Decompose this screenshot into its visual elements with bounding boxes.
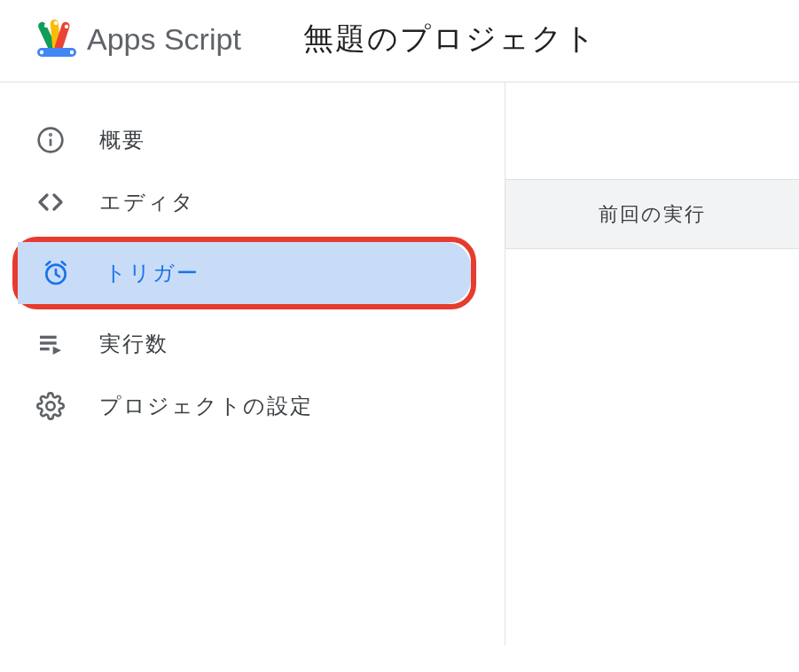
app-name: Apps Script	[87, 22, 241, 57]
apps-script-logo-icon	[35, 18, 78, 60]
sidebar: 概要 エディタ トリガ	[0, 82, 505, 645]
sidebar-item-overview[interactable]: 概要	[0, 109, 467, 171]
sidebar-item-label: エディタ	[99, 188, 195, 216]
alarm-clock-icon	[41, 258, 71, 288]
svg-point-7	[54, 21, 58, 25]
svg-rect-17	[40, 348, 50, 350]
svg-point-11	[50, 134, 51, 135]
svg-line-13	[46, 262, 50, 264]
main-panel: 前回の実行	[505, 82, 799, 645]
svg-point-6	[44, 24, 48, 27]
svg-point-18	[46, 402, 54, 410]
app-logo[interactable]: Apps Script	[35, 18, 241, 60]
app-header: Apps Script 無題のプロジェクト	[0, 0, 799, 82]
spacer-row	[505, 82, 799, 180]
sidebar-item-editor[interactable]: エディタ	[0, 171, 467, 233]
project-title[interactable]: 無題のプロジェクト	[303, 19, 597, 59]
content-area: 概要 エディタ トリガ	[0, 82, 799, 645]
sidebar-item-settings[interactable]: プロジェクトの設定	[0, 375, 467, 437]
sidebar-item-label: 概要	[99, 126, 145, 154]
gear-icon	[35, 391, 66, 421]
svg-point-5	[70, 51, 74, 54]
svg-line-14	[62, 262, 66, 264]
svg-point-4	[40, 51, 43, 54]
svg-rect-15	[40, 336, 57, 339]
info-icon	[35, 125, 66, 155]
highlight-annotation: トリガー	[12, 237, 476, 309]
code-icon	[35, 187, 66, 217]
sidebar-item-label: 実行数	[99, 330, 168, 358]
table-header-row: 前回の実行	[505, 180, 799, 249]
sidebar-item-triggers[interactable]: トリガー	[18, 242, 471, 304]
playlist-play-icon	[35, 329, 66, 359]
sidebar-item-label: トリガー	[105, 259, 200, 287]
sidebar-item-executions[interactable]: 実行数	[0, 313, 467, 375]
svg-rect-16	[40, 341, 57, 344]
column-header-last-run[interactable]: 前回の実行	[599, 201, 706, 228]
sidebar-item-label: プロジェクトの設定	[99, 392, 313, 420]
svg-point-8	[65, 25, 68, 28]
